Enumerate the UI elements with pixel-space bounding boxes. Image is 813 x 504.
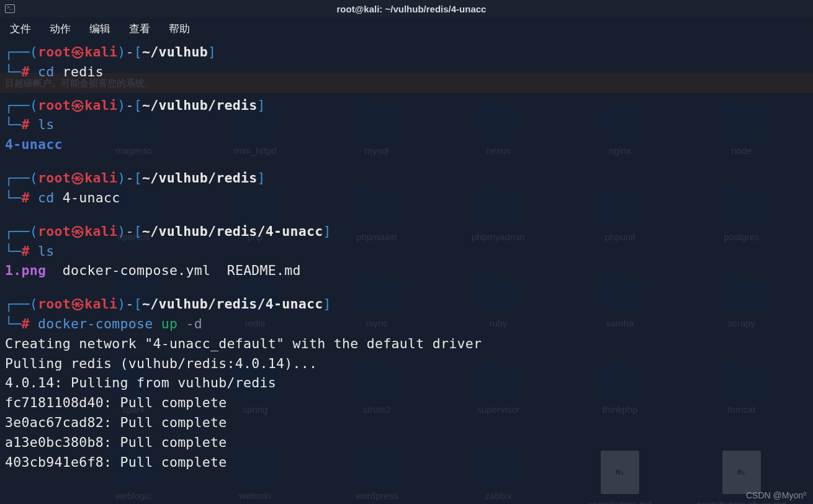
prompt-symbol: ㉿ xyxy=(71,44,84,60)
prompt-path: ~/vulhub/redis xyxy=(142,170,257,186)
cmd-ls: ls xyxy=(38,243,55,259)
cmd-arg-up: up xyxy=(161,316,178,331)
terminal-body[interactable]: ┌──(root㉿kali)-[~/vulhub] └─# cd redis ┌… xyxy=(0,40,813,474)
command-line: └─# ls xyxy=(5,115,808,135)
cmd-opt-d: -d xyxy=(186,316,202,331)
output-line: a13e0bc380b8: Pull complete xyxy=(5,433,808,452)
prompt-user: root xyxy=(38,44,71,60)
prompt-path: ~/vulhub xyxy=(142,44,208,60)
output-line: 3e0ac67cad82: Pull complete xyxy=(5,413,808,433)
menu-action[interactable]: 动作 xyxy=(50,22,71,36)
cmd-docker-compose: docker-compose xyxy=(38,316,153,331)
prompt-line: ┌──(root㉿kali)-[~/vulhub/redis] xyxy=(5,168,808,188)
titlebar[interactable]: root@kali: ~/vulhub/redis/4-unacc xyxy=(0,0,813,17)
cmd-cd: cd xyxy=(38,64,55,79)
prompt-host: kali xyxy=(84,44,117,60)
prompt-path: ~/vulhub/redis/4-unacc xyxy=(142,296,323,312)
ls-output-image: 1.png xyxy=(5,263,46,278)
output-line: 4-unacc xyxy=(5,135,808,155)
command-line: └─# cd 4-unacc xyxy=(5,188,808,208)
prompt-line: ┌──(root㉿kali)-[~/vulhub] xyxy=(5,42,808,62)
menu-help[interactable]: 帮助 xyxy=(169,22,190,36)
menu-view[interactable]: 查看 xyxy=(129,22,150,36)
menubar: 文件 动作 编辑 查看 帮助 xyxy=(0,17,813,40)
output-line: Creating network "4-unacc_default" with … xyxy=(5,334,808,354)
cmd-arg: 4-unacc xyxy=(63,190,120,205)
prompt-line: ┌──(root㉿kali)-[~/vulhub/redis/4-unacc] xyxy=(5,294,808,314)
output-line: 4.0.14: Pulling from vulhub/redis xyxy=(5,373,808,393)
window-title: root@kali: ~/vulhub/redis/4-unacc xyxy=(15,4,808,14)
command-line: └─# ls xyxy=(5,241,808,261)
ls-output-file: README.md xyxy=(227,263,301,278)
output-line: Pulling redis (vulhub/redis:4.0.14)... xyxy=(5,354,808,374)
cmd-arg: redis xyxy=(63,64,104,79)
prompt-hash: # xyxy=(22,64,30,79)
watermark: CSDN @Myon⁰ xyxy=(746,490,807,500)
command-line: └─# cd redis xyxy=(5,62,808,82)
prompt-path: ~/vulhub/redis/4-unacc xyxy=(142,223,323,239)
command-line: └─# docker-compose up -d xyxy=(5,314,808,334)
ls-output-dir: 4-unacc xyxy=(5,137,63,152)
menu-file[interactable]: 文件 xyxy=(10,22,31,36)
output-line: fc7181108d40: Pull complete xyxy=(5,393,808,413)
prompt-line: ┌──(root㉿kali)-[~/vulhub/redis/4-unacc] xyxy=(5,222,808,241)
output-line: 1.png docker-compose.yml README.md xyxy=(5,261,808,281)
terminal-icon xyxy=(5,4,15,13)
cmd-ls: ls xyxy=(38,117,55,132)
terminal-window[interactable]: root@kali: ~/vulhub/redis/4-unacc 文件 动作 … xyxy=(0,0,813,504)
prompt-path: ~/vulhub/redis xyxy=(142,97,257,113)
cmd-cd: cd xyxy=(38,190,55,205)
menu-edit[interactable]: 编辑 xyxy=(89,22,110,36)
prompt-line: ┌──(root㉿kali)-[~/vulhub/redis] xyxy=(5,96,808,115)
ls-output-file: docker-compose.yml xyxy=(63,263,210,278)
output-line: 403cb941e6f8: Pull complete xyxy=(5,452,808,472)
